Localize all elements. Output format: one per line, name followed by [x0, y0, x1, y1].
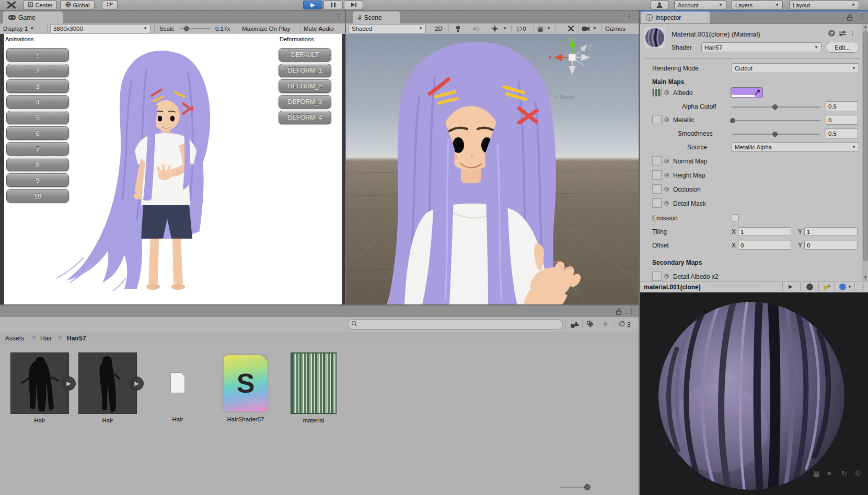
tiling-y-field[interactable]: 1 [804, 227, 858, 236]
scrollbar-thumb[interactable] [863, 31, 868, 261]
alpha-cutoff-knob[interactable] [772, 104, 778, 110]
metallic-field[interactable]: 0 [826, 115, 858, 125]
layers-dropdown[interactable]: Layers▼ [732, 1, 783, 9]
animation-button-2[interactable]: 2 [6, 64, 69, 77]
tab-game[interactable]: Game [3, 11, 63, 23]
preview-environment-icon[interactable] [839, 284, 846, 290]
scene-orientation-gizmo[interactable]: y x [549, 36, 596, 82]
scene-audio-icon[interactable] [472, 26, 480, 33]
editor-tools-icon[interactable] [568, 25, 574, 33]
material-menu-icon[interactable]: ⋮ [849, 30, 856, 37]
preview-play-icon[interactable]: ▶ [789, 284, 793, 289]
hidden-objects-toggle[interactable]: ∅ 0 [516, 23, 526, 34]
pivot-global-button[interactable]: Global [60, 1, 95, 9]
tab-scene[interactable]: # Scene [353, 11, 400, 23]
breadcrumb-hair57[interactable]: Hair57 [67, 335, 86, 342]
preview-header-bar[interactable]: material.001(clone) ▶ ▼ ⋮ [640, 281, 868, 293]
eyedropper-icon[interactable] [755, 89, 761, 97]
preview-menu-icon[interactable]: ⋮ [860, 284, 866, 290]
expand-play-icon[interactable]: ▶ [130, 376, 144, 391]
normal-map-slot[interactable] [652, 156, 662, 166]
detail-albedo-slot[interactable] [652, 272, 662, 281]
emission-checkbox[interactable] [732, 214, 739, 221]
cloud-account-button[interactable] [651, 1, 668, 9]
hidden-packages-icon[interactable]: ∅ [619, 320, 625, 327]
game-panel-menu-icon[interactable]: ⋮ [335, 13, 342, 20]
2d-toggle[interactable]: 2D [435, 23, 443, 34]
smoothness-knob[interactable] [772, 132, 778, 137]
occlusion-slot[interactable] [652, 184, 662, 194]
asset-item-hair-doc[interactable]: Hair [148, 352, 207, 422]
shader-edit-button[interactable]: Edit... [826, 42, 859, 53]
grid-visibility-icon[interactable]: ▦ [537, 26, 543, 32]
drag-handle[interactable] [713, 288, 759, 288]
pivot-center-button[interactable]: Center [24, 1, 57, 9]
deformation-button-3[interactable]: DEFORM_3 [279, 95, 331, 109]
grid-snap-button[interactable] [102, 1, 118, 9]
pause-button[interactable] [323, 1, 343, 9]
target-icon[interactable]: ◎ [664, 273, 669, 279]
chevron-down-icon[interactable]: ▼ [848, 285, 852, 289]
account-dropdown[interactable]: Account▼ [674, 1, 726, 9]
scene-panel-menu-icon[interactable]: ⋮ [626, 13, 633, 20]
step-button[interactable] [344, 1, 363, 9]
gizmos-toggle[interactable]: Gizmos [605, 23, 626, 34]
scene-lighting-icon[interactable] [455, 25, 461, 34]
animation-button-4[interactable]: 4 [6, 95, 69, 109]
animation-button-3[interactable]: 3 [6, 79, 69, 93]
preview-lighting-icon[interactable] [823, 284, 831, 292]
tiling-x-field[interactable]: 1 [738, 227, 791, 236]
search-by-type-icon[interactable] [570, 320, 580, 330]
scale-slider-knob[interactable] [184, 26, 189, 31]
animation-button-7[interactable]: 7 [6, 142, 69, 156]
asset-item-hair-2[interactable]: ▶ Hair [78, 352, 137, 423]
scene-view-lock-icon[interactable] [587, 43, 594, 52]
asset-item-hairshader57[interactable]: S HairShader57 [216, 352, 275, 422]
tab-inspector[interactable]: i Inspector [641, 11, 710, 23]
search-by-label-icon[interactable] [586, 320, 595, 330]
target-icon[interactable]: ◎ [664, 172, 669, 178]
inspector-menu-icon[interactable]: ⋮ [859, 13, 865, 20]
search-input[interactable] [348, 319, 563, 329]
thumbnail-size-knob[interactable] [584, 484, 591, 490]
project-lock-icon[interactable] [616, 308, 622, 316]
inspector-lock-icon[interactable] [847, 14, 853, 22]
detail-mask-slot[interactable] [652, 198, 662, 208]
transform-tools-icon[interactable] [6, 1, 17, 10]
animation-button-6[interactable]: 6 [6, 126, 69, 140]
alpha-cutoff-field[interactable]: 0.5 [826, 101, 858, 111]
camera-dropdown-icon[interactable]: ▼ [593, 27, 597, 31]
target-icon[interactable]: ◎ [664, 186, 669, 192]
material-preview-viewport[interactable]: ▤ ≡ ↻ © [640, 292, 868, 495]
offset-y-field[interactable]: 0 [804, 241, 858, 250]
display-dropdown[interactable]: Display 1▼ [3, 23, 34, 34]
albedo-texture-slot[interactable] [652, 88, 662, 97]
scroll-down-icon[interactable]: ▼ [863, 276, 867, 280]
scene-effects-icon[interactable] [491, 25, 499, 34]
mute-audio-toggle[interactable]: Mute Audio [304, 23, 334, 34]
animation-button-9[interactable]: 9 [6, 173, 69, 187]
breadcrumb-assets[interactable]: Assets [5, 335, 24, 342]
drag-handle[interactable] [713, 286, 759, 286]
presets-icon[interactable] [839, 30, 846, 38]
shading-mode-dropdown[interactable]: Shaded▼ [349, 24, 426, 33]
animation-button-1[interactable]: 1 [6, 48, 69, 62]
animation-button-5[interactable]: 5 [6, 111, 69, 124]
camera-icon[interactable] [582, 26, 591, 33]
perspective-toggle[interactable]: < Persp [554, 94, 574, 100]
smoothness-field[interactable]: 0.5 [826, 128, 858, 138]
height-map-slot[interactable] [652, 170, 662, 180]
deformation-button-1[interactable]: DEFORM_1 [279, 64, 331, 77]
deformation-button-2[interactable]: DEFORM_2 [279, 79, 331, 93]
layout-dropdown[interactable]: Layout▼ [789, 1, 859, 9]
favorites-star-icon[interactable]: ★ [602, 320, 609, 327]
metallic-knob[interactable] [730, 118, 735, 123]
breadcrumb-hair[interactable]: Hair [40, 335, 52, 342]
shader-dropdown[interactable]: Hair57▼ [701, 42, 821, 52]
preview-shape-icon[interactable] [806, 284, 813, 290]
inspector-scrollbar[interactable]: ▲ ▼ [862, 24, 868, 281]
resolution-dropdown[interactable]: 3800x3000▼ [50, 24, 151, 33]
asset-item-hair-1[interactable]: ▶ Hair [10, 352, 69, 423]
help-icon[interactable]: ? [828, 30, 835, 37]
scene-view[interactable]: y x < Persp [346, 34, 639, 304]
